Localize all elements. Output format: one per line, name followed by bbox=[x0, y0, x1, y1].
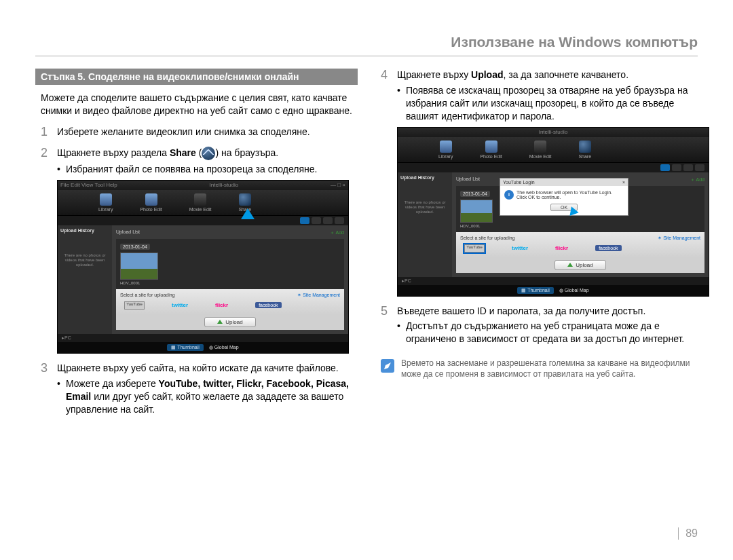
tool-movie-edit[interactable]: Movie Edit bbox=[189, 193, 212, 212]
view-btn[interactable] bbox=[660, 164, 670, 171]
pc-label: PC bbox=[64, 335, 71, 340]
photo-edit-icon bbox=[145, 193, 157, 206]
intro-text: Можете да споделите вашето съдържание с … bbox=[41, 92, 352, 117]
app-name: Intelli-studio bbox=[210, 182, 239, 188]
bullet-dot: • bbox=[397, 84, 400, 123]
step-4-sub: • Появява се изскачащ прозорец за отваря… bbox=[397, 84, 698, 123]
bottom-tabs: ▦ Thumbnail ◍ Global Map bbox=[398, 285, 709, 296]
status-bar: ▸ PC bbox=[398, 277, 709, 285]
site-facebook[interactable]: facebook bbox=[255, 302, 281, 308]
view-btn[interactable] bbox=[323, 217, 333, 224]
step-1-text: Изберете желаните видеоклип или снимка з… bbox=[57, 126, 310, 138]
app-body: Upload History There are no photos or vi… bbox=[398, 172, 709, 277]
movie-edit-icon bbox=[194, 193, 206, 206]
popup-titlebar: YouTube Login × bbox=[500, 179, 628, 186]
site-facebook[interactable]: facebook bbox=[595, 245, 621, 251]
bullet-dot: • bbox=[57, 163, 60, 176]
window-titlebar: File Edit View Tool Help Intelli-studio … bbox=[58, 181, 348, 190]
bullet-dot: • bbox=[397, 320, 400, 346]
app-toolbar: Library Photo Edit Movie Edit Share bbox=[58, 190, 348, 216]
step-5-banner: Стъпка 5. Споделяне на видеоклипове/сним… bbox=[35, 69, 358, 85]
empty-history-text: There are no photos or videos that have … bbox=[60, 253, 109, 268]
step-number: 3 bbox=[41, 362, 50, 375]
site-youtube[interactable]: YouTube bbox=[124, 301, 145, 310]
step-number: 4 bbox=[381, 69, 390, 81]
sidebar-heading: Upload History bbox=[400, 175, 449, 180]
view-btn[interactable] bbox=[683, 164, 693, 171]
step-4: 4 Щракнете върху Upload, за да започнете… bbox=[381, 69, 698, 81]
movie-edit-icon bbox=[534, 141, 546, 153]
video-thumbnail[interactable] bbox=[120, 253, 158, 280]
thumbnail-tab[interactable]: ▦ Thumbnail bbox=[517, 287, 554, 294]
view-btn[interactable] bbox=[335, 217, 344, 224]
site-twitter[interactable]: twitter bbox=[512, 245, 528, 251]
tool-share[interactable]: Share bbox=[238, 193, 251, 212]
ok-button[interactable]: OK bbox=[550, 204, 578, 211]
step-number: 2 bbox=[41, 147, 50, 160]
left-column: Стъпка 5. Споделяне на видеоклипове/сним… bbox=[35, 69, 358, 418]
video-thumbnail[interactable] bbox=[460, 200, 493, 223]
tool-photo-edit[interactable]: Photo Edit bbox=[140, 193, 162, 212]
step-4-text: Щракнете върху Upload, за да започнете к… bbox=[397, 69, 628, 81]
view-bar bbox=[58, 216, 348, 225]
tool-photo-edit[interactable]: Photo Edit bbox=[480, 141, 502, 159]
step-3: 3 Щракнете върху уеб сайта, на който иск… bbox=[41, 362, 358, 375]
step-5-sub: • Достъпът до съдържанието на уеб страни… bbox=[397, 320, 698, 346]
thumbnail-tab[interactable]: ▦ Thumbnail bbox=[167, 344, 204, 351]
upload-button[interactable]: Upload bbox=[204, 317, 255, 327]
text-frag: Щракнете върху раздела bbox=[57, 147, 170, 158]
site-flickr[interactable]: flickr bbox=[555, 245, 568, 251]
screenshot-share-window: File Edit View Tool Help Intelli-studio … bbox=[57, 180, 349, 354]
tool-share[interactable]: Share bbox=[578, 141, 591, 159]
view-btn[interactable] bbox=[695, 164, 704, 171]
window-titlebar: Intelli-studio bbox=[398, 128, 709, 137]
sidebar: Upload History There are no photos or vi… bbox=[398, 172, 452, 277]
global-map-tab[interactable]: ◍ Global Map bbox=[209, 345, 239, 350]
close-icon[interactable]: × bbox=[622, 180, 625, 185]
main-panel: Upload List＋ Add 2013-01-04 HDV_0001 Sel… bbox=[112, 225, 348, 334]
upload-button[interactable]: Upload bbox=[555, 260, 605, 270]
app-toolbar: Library Photo Edit Movie Edit Share bbox=[398, 137, 709, 163]
site-select-bar: Select a site for uploading ✶ Site Manag… bbox=[456, 232, 704, 257]
site-select-bar: Select a site for uploading ✶ Site Manag… bbox=[116, 289, 344, 314]
sub-text: Достъпът до съдържанието на уеб страница… bbox=[406, 320, 698, 346]
step-1: 1 Изберете желаните видеоклип или снимка… bbox=[41, 126, 358, 138]
photo-edit-icon bbox=[485, 141, 497, 153]
view-btn[interactable] bbox=[312, 217, 321, 224]
popup-title-text: YouTube Login bbox=[503, 180, 535, 185]
tool-movie-edit[interactable]: Movie Edit bbox=[529, 141, 552, 159]
site-twitter[interactable]: twitter bbox=[172, 302, 188, 308]
view-btn[interactable] bbox=[672, 164, 681, 171]
tool-library[interactable]: Library bbox=[98, 193, 113, 212]
sub-text: Появява се изскачащ прозорец за отваряне… bbox=[406, 84, 698, 123]
view-bar bbox=[398, 163, 709, 172]
upload-bar: Upload bbox=[456, 257, 704, 273]
share-icon bbox=[239, 193, 251, 206]
site-management-button[interactable]: ✶ Site Management bbox=[658, 236, 700, 241]
site-management-button[interactable]: ✶ Site Management bbox=[297, 293, 340, 298]
right-column: 4 Щракнете върху Upload, за да започнете… bbox=[375, 69, 698, 418]
upload-word: Upload bbox=[471, 69, 503, 80]
site-youtube[interactable]: YouTube bbox=[464, 244, 485, 253]
step-number: 1 bbox=[41, 126, 50, 138]
note-box: Времето на заснемане и разрешената голем… bbox=[381, 358, 698, 379]
step-5-text: Въведете вашето ID и паролата, за да пол… bbox=[397, 305, 645, 318]
view-all-button[interactable] bbox=[300, 217, 309, 224]
tool-library[interactable]: Library bbox=[438, 141, 453, 159]
login-popup: YouTube Login × i The web browser will o… bbox=[500, 178, 628, 216]
site-flickr[interactable]: flickr bbox=[215, 302, 228, 308]
sub-text: Избраният файл се появява на прозореца з… bbox=[66, 163, 318, 176]
thumb-caption: HDV_0001 bbox=[460, 224, 493, 228]
step-5: 5 Въведете вашето ID и паролата, за да п… bbox=[381, 305, 698, 318]
library-icon bbox=[440, 141, 452, 153]
note-text: Времето на заснемане и разрешената голем… bbox=[401, 358, 698, 379]
text-frag: ) на браузъра. bbox=[215, 147, 278, 158]
global-map-tab[interactable]: ◍ Global Map bbox=[559, 288, 589, 293]
page-title: Използване на Windows компютър bbox=[35, 34, 698, 56]
info-icon: i bbox=[504, 190, 514, 200]
list-heading: Upload List bbox=[456, 176, 480, 183]
step-3-sub: • Можете да изберете YouTube, twitter, F… bbox=[57, 377, 358, 416]
upload-bar: Upload bbox=[116, 314, 344, 330]
date-label: 2013-01-04 bbox=[120, 244, 150, 250]
bullet-dot: • bbox=[57, 377, 60, 416]
